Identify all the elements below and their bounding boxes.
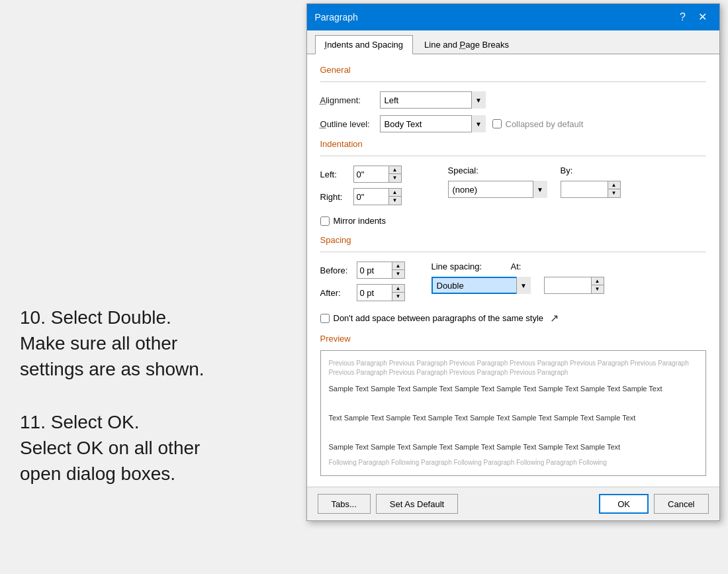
line-spacing-select-wrapper: Single 1.5 lines Double At least Exactly… bbox=[432, 277, 531, 294]
at-input[interactable] bbox=[545, 277, 591, 293]
at-spinner: ▲ ▼ bbox=[544, 277, 604, 294]
spacing-before-input[interactable] bbox=[357, 262, 392, 278]
indent-left-spinner: ▲ ▼ bbox=[353, 166, 402, 183]
cursor-icon: ↗ bbox=[550, 312, 559, 324]
spacing-left-col: Before: ▲ ▼ After: bbox=[320, 262, 405, 307]
spacing-before-spinner: ▲ ▼ bbox=[357, 262, 405, 279]
special-select-wrapper: (none) First line Hanging ▼ bbox=[448, 181, 547, 198]
indentation-left-col: Left: ▲ ▼ Right: bbox=[320, 166, 402, 211]
indent-right-up[interactable]: ▲ bbox=[389, 189, 401, 197]
close-button[interactable]: ✕ bbox=[694, 9, 711, 26]
title-bar-buttons: ? ✕ bbox=[674, 9, 711, 26]
dont-add-space-checkbox[interactable] bbox=[320, 314, 330, 323]
at-spinner-buttons: ▲ ▼ bbox=[591, 277, 604, 293]
indent-left-input[interactable] bbox=[354, 166, 388, 182]
spacing-right-col: Line spacing: At: Single 1.5 lines Doubl… bbox=[432, 262, 604, 294]
special-label: Special: bbox=[448, 166, 547, 175]
instruction-area: 10. Select Double. Make sure all other s… bbox=[0, 0, 298, 574]
dialog-title: Paragraph bbox=[315, 12, 358, 23]
spacing-after-label: After: bbox=[320, 288, 357, 298]
instruction-step-11: 11. Select OK. Select OK on all other op… bbox=[20, 409, 278, 487]
tab-line-page-breaks[interactable]: Line and Page Breaks bbox=[414, 35, 519, 54]
line-spacing-select[interactable]: Single 1.5 lines Double At least Exactly… bbox=[432, 277, 531, 294]
alignment-label: Alignment: bbox=[320, 95, 380, 105]
step11-line1: Select OK. bbox=[51, 412, 140, 432]
preview-sample-text: Sample Text Sample Text Sample Text Samp… bbox=[329, 381, 698, 454]
spacing-after-down[interactable]: ▼ bbox=[392, 293, 404, 301]
tab-indents-spacing[interactable]: Indents and Spacing bbox=[315, 35, 414, 54]
step10-line1: Select Double. bbox=[51, 307, 171, 328]
set-as-default-button[interactable]: Set As Default bbox=[376, 494, 458, 514]
spacing-after-row: After: ▲ ▼ bbox=[320, 284, 405, 301]
preview-prev-text: Previous Paragraph Previous Paragraph Pr… bbox=[329, 359, 698, 377]
indentation-section-label: Indentation bbox=[320, 139, 706, 149]
by-up[interactable]: ▲ bbox=[608, 181, 620, 189]
outline-select-wrapper: Body Text Level 1 Level 2 Level 3 ▼ bbox=[380, 115, 486, 132]
tabs-button[interactable]: Tabs... bbox=[318, 494, 371, 514]
spacing-after-spinner: ▲ ▼ bbox=[357, 284, 405, 301]
help-button[interactable]: ? bbox=[674, 9, 692, 26]
alignment-select[interactable]: Left Center Right Justified bbox=[380, 91, 486, 109]
collapsed-by-default-label: Collapsed by default bbox=[492, 119, 584, 129]
instruction-step-10: 10. Select Double. Make sure all other s… bbox=[20, 305, 278, 383]
indent-right-label: Right: bbox=[320, 192, 353, 202]
spacing-before-row: Before: ▲ ▼ bbox=[320, 262, 405, 279]
spacing-columns: Before: ▲ ▼ After: bbox=[320, 262, 706, 307]
outline-select[interactable]: Body Text Level 1 Level 2 Level 3 bbox=[380, 115, 486, 132]
preview-section: Preview Previous Paragraph Previous Para… bbox=[320, 334, 706, 476]
mirror-indents-checkbox[interactable] bbox=[320, 216, 330, 226]
by-input[interactable] bbox=[561, 181, 608, 197]
dont-add-space-row: Don't add space between paragraphs of th… bbox=[320, 312, 706, 324]
at-down[interactable]: ▼ bbox=[592, 285, 604, 293]
at-up[interactable]: ▲ bbox=[592, 277, 604, 285]
collapsed-by-default-text: Collapsed by default bbox=[506, 119, 584, 129]
preview-box: Previous Paragraph Previous Paragraph Pr… bbox=[320, 350, 706, 476]
spacing-section: Spacing Before: ▲ ▼ bbox=[320, 235, 706, 324]
indentation-divider bbox=[320, 156, 706, 156]
indentation-right-col: Special: By: (none) First line Hanging ▼ bbox=[448, 166, 621, 198]
indent-left-label: Left: bbox=[320, 169, 353, 179]
alignment-row: Alignment: Left Center Right Justified ▼ bbox=[320, 91, 706, 109]
spacing-after-up[interactable]: ▲ bbox=[392, 285, 404, 293]
mirror-indents-label: Mirror indents bbox=[334, 216, 386, 226]
indent-left-up[interactable]: ▲ bbox=[389, 166, 401, 174]
dialog-footer: Tabs... Set As Default OK Cancel bbox=[307, 487, 719, 520]
line-spacing-label: Line spacing: bbox=[432, 262, 498, 271]
indent-right-row: Right: ▲ ▼ bbox=[320, 188, 402, 205]
by-spinner: ▲ ▼ bbox=[561, 181, 621, 198]
line-spacing-at-inputs-row: Single 1.5 lines Double At least Exactly… bbox=[432, 277, 604, 294]
spacing-section-label: Spacing bbox=[320, 235, 706, 245]
spacing-before-spinner-buttons: ▲ ▼ bbox=[392, 262, 404, 278]
collapsed-by-default-checkbox[interactable] bbox=[492, 119, 502, 128]
step10-line2: Make sure all other bbox=[20, 333, 177, 354]
tab-indents-label: Indents and Spacing bbox=[325, 40, 404, 50]
indent-left-down[interactable]: ▼ bbox=[389, 174, 401, 182]
cancel-button[interactable]: Cancel bbox=[654, 494, 708, 514]
spacing-after-spinner-buttons: ▲ ▼ bbox=[392, 285, 404, 301]
spacing-before-up[interactable]: ▲ bbox=[392, 262, 404, 270]
spacing-divider bbox=[320, 252, 706, 252]
spacing-after-input[interactable] bbox=[357, 285, 392, 301]
ok-button[interactable]: OK bbox=[599, 494, 649, 514]
step11-line3: open dialog boxes. bbox=[20, 463, 175, 484]
spacing-before-down[interactable]: ▼ bbox=[392, 270, 404, 278]
alignment-select-wrapper: Left Center Right Justified ▼ bbox=[380, 91, 486, 109]
step10-number: 10. bbox=[20, 307, 46, 328]
indent-right-input[interactable] bbox=[354, 189, 388, 205]
outline-row: Outline level: Body Text Level 1 Level 2… bbox=[320, 115, 706, 132]
general-divider bbox=[320, 81, 706, 82]
by-label: By: bbox=[561, 166, 573, 175]
by-down[interactable]: ▼ bbox=[608, 189, 620, 197]
general-section-label: General bbox=[320, 65, 706, 75]
special-by-inputs-row: (none) First line Hanging ▼ ▲ ▼ bbox=[448, 181, 621, 198]
indent-left-row: Left: ▲ ▼ bbox=[320, 166, 402, 183]
preview-section-label: Preview bbox=[320, 334, 706, 344]
indent-right-down[interactable]: ▼ bbox=[389, 197, 401, 205]
outline-label: Outline level: bbox=[320, 119, 380, 129]
step11-number: 11. bbox=[20, 412, 46, 432]
at-label: At: bbox=[511, 262, 522, 271]
indentation-section: Indentation Left: ▲ ▼ bbox=[320, 139, 706, 226]
special-select[interactable]: (none) First line Hanging bbox=[448, 181, 547, 198]
title-bar: Paragraph ? ✕ bbox=[307, 4, 719, 30]
step11-line2: Select OK on all other bbox=[20, 438, 200, 458]
